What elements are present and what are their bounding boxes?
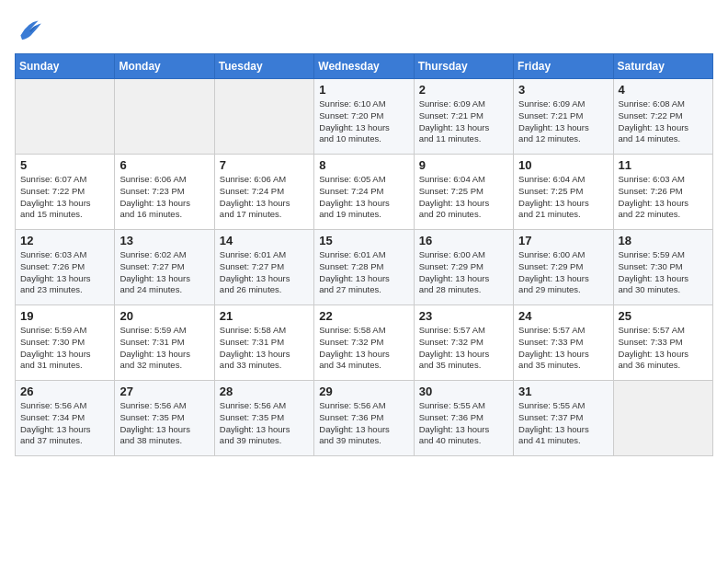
calendar-cell: 4Sunrise: 6:08 AM Sunset: 7:22 PM Daylig… [613,79,712,155]
day-number: 30 [419,385,508,398]
day-number: 24 [518,309,608,323]
day-number: 8 [319,158,408,172]
calendar-cell [214,79,313,155]
calendar-cell: 2Sunrise: 6:09 AM Sunset: 7:21 PM Daylig… [414,79,513,155]
day-number: 22 [319,309,408,323]
day-number: 23 [419,309,508,323]
day-info: Sunrise: 5:59 AM Sunset: 7:31 PM Dayligh… [119,325,209,372]
weekday-header-cell: Friday [514,54,613,79]
day-info: Sunrise: 5:57 AM Sunset: 7:33 PM Dayligh… [619,325,708,372]
day-number: 15 [319,234,408,247]
day-number: 25 [619,309,708,323]
calendar-cell: 12Sunrise: 6:03 AM Sunset: 7:26 PM Dayli… [16,230,115,305]
logo [15,15,48,44]
weekday-header-cell: Tuesday [214,54,313,79]
day-info: Sunrise: 6:09 AM Sunset: 7:21 PM Dayligh… [419,98,508,145]
calendar-cell: 25Sunrise: 5:57 AM Sunset: 7:33 PM Dayli… [613,305,712,381]
calendar-cell [115,79,214,155]
day-number: 18 [619,234,708,247]
calendar-body: 1Sunrise: 6:10 AM Sunset: 7:20 PM Daylig… [16,79,713,456]
calendar-cell: 9Sunrise: 6:04 AM Sunset: 7:25 PM Daylig… [414,155,513,230]
day-number: 9 [419,158,508,172]
day-info: Sunrise: 6:06 AM Sunset: 7:23 PM Dayligh… [119,174,209,221]
day-number: 13 [119,234,209,247]
calendar-cell: 18Sunrise: 5:59 AM Sunset: 7:30 PM Dayli… [613,230,712,305]
day-number: 7 [220,158,309,172]
weekday-header-cell: Saturday [613,54,712,79]
weekday-header-cell: Wednesday [314,54,414,79]
calendar-cell: 6Sunrise: 6:06 AM Sunset: 7:23 PM Daylig… [115,155,214,230]
calendar-cell: 28Sunrise: 5:56 AM Sunset: 7:35 PM Dayli… [214,381,313,456]
calendar-cell: 21Sunrise: 5:58 AM Sunset: 7:31 PM Dayli… [214,305,313,381]
calendar-cell: 30Sunrise: 5:55 AM Sunset: 7:36 PM Dayli… [414,381,513,456]
day-number: 17 [518,234,608,247]
day-number: 2 [419,83,508,97]
day-number: 6 [119,158,209,172]
calendar-cell: 10Sunrise: 6:04 AM Sunset: 7:25 PM Dayli… [514,155,613,230]
calendar-week-row: 12Sunrise: 6:03 AM Sunset: 7:26 PM Dayli… [16,230,713,305]
day-number: 5 [20,158,109,172]
day-number: 14 [220,234,309,247]
day-number: 21 [220,309,309,323]
day-number: 12 [20,234,109,247]
logo-icon [15,15,44,44]
day-info: Sunrise: 6:06 AM Sunset: 7:24 PM Dayligh… [220,174,309,221]
day-number: 4 [619,83,708,97]
day-info: Sunrise: 5:58 AM Sunset: 7:31 PM Dayligh… [220,325,309,372]
day-info: Sunrise: 5:56 AM Sunset: 7:35 PM Dayligh… [119,400,209,447]
calendar-cell: 7Sunrise: 6:06 AM Sunset: 7:24 PM Daylig… [214,155,313,230]
calendar-week-row: 26Sunrise: 5:56 AM Sunset: 7:34 PM Dayli… [16,381,713,456]
calendar-cell: 27Sunrise: 5:56 AM Sunset: 7:35 PM Dayli… [115,381,214,456]
day-number: 1 [319,83,408,97]
page-header [15,15,713,44]
day-info: Sunrise: 6:10 AM Sunset: 7:20 PM Dayligh… [319,98,408,145]
calendar-cell: 26Sunrise: 5:56 AM Sunset: 7:34 PM Dayli… [16,381,115,456]
day-number: 19 [20,309,109,323]
calendar-cell: 22Sunrise: 5:58 AM Sunset: 7:32 PM Dayli… [314,305,414,381]
day-info: Sunrise: 6:05 AM Sunset: 7:24 PM Dayligh… [319,174,408,221]
calendar-cell [613,381,712,456]
day-info: Sunrise: 6:09 AM Sunset: 7:21 PM Dayligh… [518,98,608,145]
calendar-cell: 16Sunrise: 6:00 AM Sunset: 7:29 PM Dayli… [414,230,513,305]
day-info: Sunrise: 5:58 AM Sunset: 7:32 PM Dayligh… [319,325,408,372]
day-number: 20 [119,309,209,323]
calendar-cell: 15Sunrise: 6:01 AM Sunset: 7:28 PM Dayli… [314,230,414,305]
weekday-header-cell: Sunday [16,54,115,79]
day-info: Sunrise: 5:55 AM Sunset: 7:37 PM Dayligh… [518,400,608,447]
day-info: Sunrise: 6:00 AM Sunset: 7:29 PM Dayligh… [518,249,608,296]
calendar-week-row: 5Sunrise: 6:07 AM Sunset: 7:22 PM Daylig… [16,155,713,230]
calendar-cell: 29Sunrise: 5:56 AM Sunset: 7:36 PM Dayli… [314,381,414,456]
calendar-cell: 17Sunrise: 6:00 AM Sunset: 7:29 PM Dayli… [514,230,613,305]
day-number: 10 [518,158,608,172]
day-number: 26 [20,385,109,398]
calendar-cell: 24Sunrise: 5:57 AM Sunset: 7:33 PM Dayli… [514,305,613,381]
calendar-cell: 11Sunrise: 6:03 AM Sunset: 7:26 PM Dayli… [613,155,712,230]
calendar-cell: 23Sunrise: 5:57 AM Sunset: 7:32 PM Dayli… [414,305,513,381]
calendar-cell: 19Sunrise: 5:59 AM Sunset: 7:30 PM Dayli… [16,305,115,381]
day-info: Sunrise: 5:56 AM Sunset: 7:35 PM Dayligh… [220,400,309,447]
calendar-table: SundayMondayTuesdayWednesdayThursdayFrid… [15,53,713,456]
day-info: Sunrise: 5:59 AM Sunset: 7:30 PM Dayligh… [20,325,109,372]
day-info: Sunrise: 5:55 AM Sunset: 7:36 PM Dayligh… [419,400,508,447]
day-info: Sunrise: 5:57 AM Sunset: 7:32 PM Dayligh… [419,325,508,372]
weekday-header-cell: Monday [115,54,214,79]
day-info: Sunrise: 6:07 AM Sunset: 7:22 PM Dayligh… [20,174,109,221]
day-info: Sunrise: 6:04 AM Sunset: 7:25 PM Dayligh… [419,174,508,221]
day-info: Sunrise: 6:00 AM Sunset: 7:29 PM Dayligh… [419,249,508,296]
day-info: Sunrise: 6:03 AM Sunset: 7:26 PM Dayligh… [619,174,708,221]
day-info: Sunrise: 6:08 AM Sunset: 7:22 PM Dayligh… [619,98,708,145]
calendar-cell: 5Sunrise: 6:07 AM Sunset: 7:22 PM Daylig… [16,155,115,230]
weekday-header-row: SundayMondayTuesdayWednesdayThursdayFrid… [16,54,713,79]
day-info: Sunrise: 5:57 AM Sunset: 7:33 PM Dayligh… [518,325,608,372]
day-info: Sunrise: 6:01 AM Sunset: 7:28 PM Dayligh… [319,249,408,296]
day-number: 28 [220,385,309,398]
calendar-cell: 14Sunrise: 6:01 AM Sunset: 7:27 PM Dayli… [214,230,313,305]
calendar-cell: 20Sunrise: 5:59 AM Sunset: 7:31 PM Dayli… [115,305,214,381]
calendar-week-row: 19Sunrise: 5:59 AM Sunset: 7:30 PM Dayli… [16,305,713,381]
day-number: 11 [619,158,708,172]
day-info: Sunrise: 6:03 AM Sunset: 7:26 PM Dayligh… [20,249,109,296]
day-number: 16 [419,234,508,247]
calendar-cell: 31Sunrise: 5:55 AM Sunset: 7:37 PM Dayli… [514,381,613,456]
day-number: 3 [518,83,608,97]
calendar-cell: 8Sunrise: 6:05 AM Sunset: 7:24 PM Daylig… [314,155,414,230]
